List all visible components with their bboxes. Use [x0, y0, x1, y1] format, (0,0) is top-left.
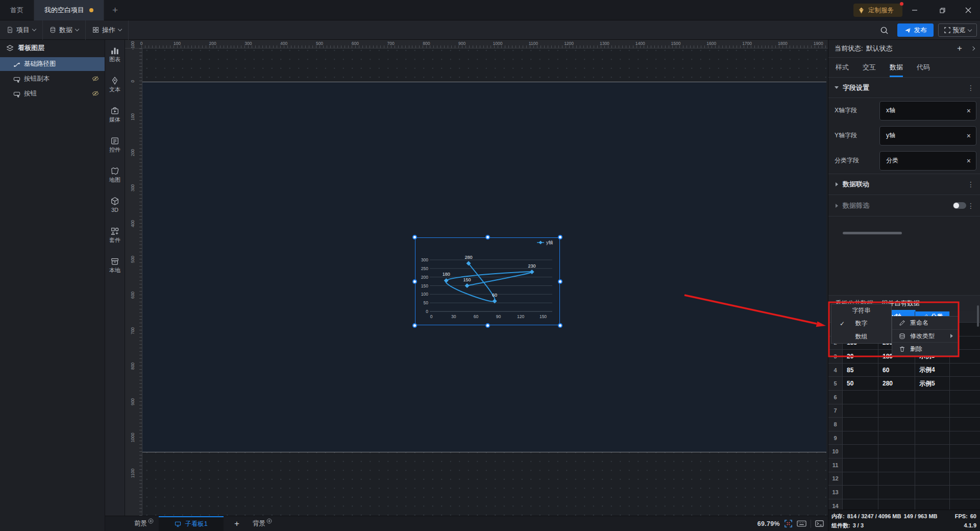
table-cell[interactable]: 85 — [843, 364, 878, 377]
menu-item-重命名[interactable]: 重命名 — [892, 317, 958, 329]
keyboard-icon[interactable] — [797, 520, 806, 527]
preview-button[interactable]: 预览 — [938, 23, 977, 37]
table-cell[interactable]: 20 — [843, 350, 878, 364]
field-input[interactable]: 分类× — [879, 151, 976, 171]
panel-vertical-scrollbar[interactable] — [977, 305, 979, 327]
table-cell[interactable]: 示例4 — [915, 364, 950, 377]
circle-plus-icon[interactable] — [148, 518, 154, 524]
table-cell[interactable] — [843, 486, 878, 499]
table-cell[interactable] — [878, 458, 915, 472]
resize-handle-e[interactable] — [558, 279, 562, 284]
table-cell[interactable] — [878, 418, 915, 431]
field-input[interactable]: x轴× — [879, 101, 976, 120]
resize-handle-se[interactable] — [558, 323, 562, 328]
chevron-right-icon[interactable] — [971, 46, 975, 51]
table-cell[interactable] — [915, 458, 950, 472]
tab-交互[interactable]: 交互 — [863, 58, 876, 77]
field-input[interactable]: y轴× — [879, 126, 976, 146]
table-cell[interactable] — [843, 404, 878, 418]
subboard-tab[interactable]: 子看板1 — [159, 516, 224, 531]
table-cell[interactable] — [843, 418, 878, 431]
toolbox-text[interactable]: 文本 — [109, 76, 120, 92]
toolbox-kit[interactable]: 套件 — [109, 227, 120, 243]
table-cell[interactable] — [950, 472, 980, 486]
table-cell[interactable] — [915, 486, 950, 499]
table-cell[interactable] — [843, 445, 878, 458]
submenu-item-数字[interactable]: ✓数字 — [831, 317, 891, 330]
submenu-item-字符串[interactable]: 字符串 — [831, 304, 891, 317]
kebab-menu-icon[interactable]: ⋮ — [967, 202, 974, 210]
toolbox-media[interactable]: 媒体 — [109, 106, 120, 123]
path-chart-component[interactable]: 0501001502002503000306090120150150230180… — [415, 237, 560, 325]
table-cell[interactable] — [843, 431, 878, 445]
console-icon[interactable] — [815, 520, 824, 527]
clear-icon[interactable]: × — [967, 157, 971, 165]
table-cell[interactable]: 60 — [878, 364, 915, 377]
kebab-menu-icon[interactable]: ⋮ — [967, 84, 974, 92]
table-cell[interactable]: 50 — [843, 377, 878, 391]
table-cell[interactable] — [915, 431, 950, 445]
table-horizontal-scrollbar[interactable] — [843, 232, 902, 234]
table-cell[interactable] — [950, 404, 980, 418]
resize-handle-n[interactable] — [485, 235, 490, 239]
table-cell[interactable] — [843, 458, 878, 472]
foreground-tab[interactable]: 前景 — [134, 519, 154, 528]
table-cell[interactable] — [950, 431, 980, 445]
section-field-settings[interactable]: 字段设置 ⋮ — [828, 78, 980, 98]
submenu-item-数组[interactable]: 数组 — [831, 330, 891, 343]
table-cell[interactable]: 示例5 — [915, 377, 950, 391]
layer-item[interactable]: 按钮 — [0, 87, 105, 101]
table-cell[interactable] — [878, 431, 915, 445]
toolbox-local[interactable]: 本地 — [109, 257, 120, 273]
table-cell[interactable] — [878, 391, 915, 404]
eye-off-icon[interactable] — [92, 75, 99, 82]
minimize-button[interactable] — [903, 0, 926, 20]
toolbox-cube[interactable]: 3D — [110, 197, 119, 213]
table-cell[interactable] — [950, 377, 980, 391]
eye-off-icon[interactable] — [92, 90, 99, 97]
table-cell[interactable] — [843, 391, 878, 404]
table-cell[interactable] — [915, 404, 950, 418]
data-filter-toggle[interactable] — [953, 202, 966, 209]
publish-button[interactable]: 发布 — [897, 23, 934, 37]
menu-db[interactable]: 数据 — [43, 20, 86, 40]
table-cell[interactable] — [878, 445, 915, 458]
add-project-tab-button[interactable]: + — [104, 5, 126, 16]
table-cell[interactable] — [878, 499, 915, 510]
resize-handle-ne[interactable] — [558, 235, 562, 239]
background-tab[interactable]: 背景 — [253, 519, 272, 528]
menu-item-修改类型[interactable]: 修改类型 — [892, 329, 958, 343]
resize-handle-nw[interactable] — [412, 235, 417, 239]
menu-item-删除[interactable]: 删除 — [892, 342, 958, 355]
titlebar-tab[interactable]: 首页 — [0, 0, 34, 20]
table-cell[interactable] — [950, 418, 980, 431]
custom-service-button[interactable]: 定制服务 — [853, 4, 902, 17]
clear-icon[interactable]: × — [967, 132, 971, 140]
add-subboard-button[interactable]: + — [229, 519, 244, 529]
tab-代码[interactable]: 代码 — [917, 58, 930, 77]
add-state-button[interactable]: + — [957, 43, 962, 54]
toolbox-map[interactable]: 地图 — [109, 166, 120, 183]
resize-handle-s[interactable] — [485, 323, 490, 328]
table-cell[interactable] — [843, 499, 878, 510]
close-button[interactable] — [957, 0, 980, 20]
table-cell[interactable] — [950, 391, 980, 404]
tab-数据[interactable]: 数据 — [890, 58, 903, 77]
menu-doc[interactable]: 项目 — [0, 20, 43, 40]
table-cell[interactable] — [950, 499, 980, 510]
table-cell[interactable] — [843, 472, 878, 486]
layer-item[interactable]: 基础路径图 — [0, 57, 105, 71]
table-cell[interactable] — [950, 458, 980, 472]
table-cell[interactable] — [878, 486, 915, 499]
table-cell[interactable] — [915, 391, 950, 404]
layer-item[interactable]: 按钮副本 — [0, 72, 105, 86]
tab-样式[interactable]: 样式 — [836, 58, 849, 77]
fit-screen-icon[interactable] — [784, 519, 793, 528]
kebab-menu-icon[interactable]: ⋮ — [967, 180, 974, 188]
clear-icon[interactable]: × — [967, 107, 971, 115]
table-cell[interactable] — [878, 472, 915, 486]
table-cell[interactable]: 280 — [878, 377, 915, 391]
table-cell[interactable] — [915, 418, 950, 431]
section-data-link[interactable]: 数据联动 ⋮ — [828, 174, 980, 195]
table-cell[interactable] — [915, 472, 950, 486]
